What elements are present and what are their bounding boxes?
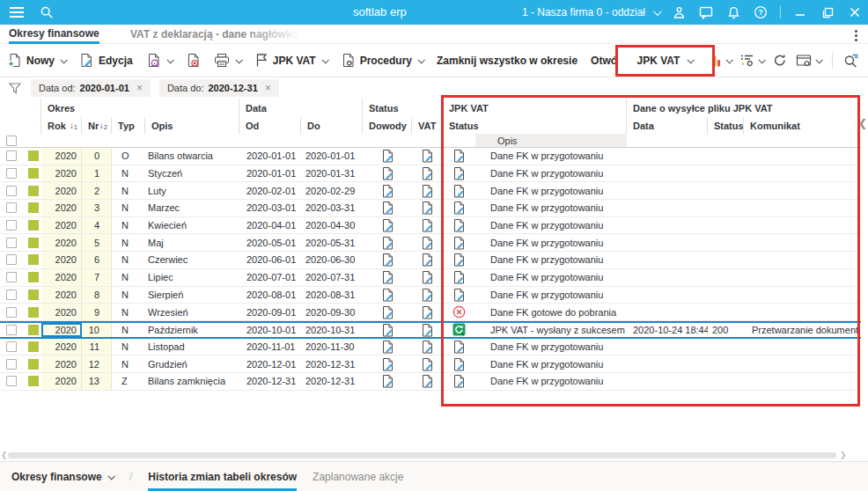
- dowody-edit-icon[interactable]: [363, 234, 412, 251]
- jpk-status-icon[interactable]: [443, 287, 475, 304]
- cell-data-do[interactable]: 2020-02-29: [301, 182, 363, 199]
- cell-opis[interactable]: Bilans otwarcia: [145, 148, 239, 165]
- procedures-button[interactable]: Procedury: [341, 53, 423, 68]
- cell-data-od[interactable]: 2020-04-01: [239, 217, 301, 234]
- column-header-jpk-status[interactable]: Status: [443, 117, 627, 134]
- cell-data-od[interactable]: 2020-03-01: [239, 200, 301, 216]
- jpk-status-icon[interactable]: [443, 148, 475, 165]
- cell-data-od[interactable]: 2020-11-01: [239, 339, 301, 355]
- vat-edit-icon[interactable]: [412, 252, 443, 268]
- cell-opis[interactable]: Czerwiec: [145, 252, 239, 268]
- cell-nr[interactable]: 0: [82, 148, 112, 165]
- column-header-typ[interactable]: Typ: [112, 117, 145, 134]
- cell-wysylka-komunikat[interactable]: [744, 148, 861, 165]
- row-checkbox[interactable]: [0, 252, 25, 268]
- jpk-status-icon[interactable]: [443, 165, 475, 182]
- jpk-status-icon[interactable]: [443, 252, 475, 268]
- cell-wysylka-komunikat[interactable]: [744, 287, 861, 304]
- restore-window-icon[interactable]: [820, 4, 835, 20]
- column-header-rok[interactable]: Rok ↓1: [41, 117, 82, 134]
- cell-wysylka-status[interactable]: [708, 355, 744, 372]
- cell-rok[interactable]: 2020: [41, 165, 82, 182]
- cell-wysylka-status[interactable]: [708, 373, 744, 390]
- close-all-in-period-button[interactable]: Zamknij wszystko w okresie: [437, 55, 577, 67]
- select-all-checkbox[interactable]: [0, 134, 25, 147]
- column-header-jpk-opis[interactable]: Opis: [475, 134, 627, 147]
- row-checkbox[interactable]: [0, 287, 25, 304]
- cell-wysylka-data[interactable]: [627, 148, 708, 165]
- close-icon[interactable]: [847, 4, 863, 20]
- cell-jpk-status-opis[interactable]: Dane FK w przygotowaniu: [475, 165, 627, 182]
- cell-wysylka-komunikat[interactable]: [744, 269, 861, 286]
- cell-wysylka-komunikat[interactable]: [744, 234, 861, 251]
- scroll-left-icon[interactable]: ❮: [1, 451, 8, 459]
- dowody-edit-icon[interactable]: [363, 269, 412, 286]
- cell-wysylka-data[interactable]: [627, 182, 708, 199]
- dowody-edit-icon[interactable]: [363, 304, 412, 320]
- cell-rok[interactable]: 2020: [41, 148, 82, 165]
- table-row[interactable]: 2020 4 N Kwiecień 2020-04-01 2020-04-30 …: [0, 217, 861, 235]
- cell-rok[interactable]: 2020: [41, 217, 82, 234]
- cell-typ[interactable]: N: [112, 234, 145, 251]
- table-row[interactable]: 2020 2 N Luty 2020-02-01 2020-02-29 Dane…: [0, 182, 861, 200]
- data-settings-button[interactable]: [739, 53, 764, 68]
- cell-jpk-status-opis[interactable]: Dane FK w przygotowaniu: [475, 355, 627, 372]
- cell-rok[interactable]: 2020: [41, 287, 82, 304]
- bottom-tab-zaplanowane-akcje[interactable]: Zaplanowane akcje: [313, 462, 403, 491]
- remove-filter-icon[interactable]: ×: [136, 82, 143, 94]
- table-row[interactable]: 2020 6 N Czerwiec 2020-06-01 2020-06-30 …: [0, 252, 861, 269]
- cell-typ[interactable]: N: [112, 269, 145, 286]
- cell-wysylka-status[interactable]: 200: [708, 323, 744, 337]
- cell-typ[interactable]: N: [112, 323, 145, 337]
- company-selector[interactable]: 1 - Nasza firma 0 - oddział: [522, 6, 659, 18]
- column-header-dowody[interactable]: Dowody: [363, 117, 412, 134]
- jpk-status-icon[interactable]: [443, 373, 475, 390]
- cell-data-do[interactable]: 2020-05-31: [301, 234, 363, 251]
- table-row[interactable]: 2020 13 Z Bilans zamknięcia 2020-12-31 2…: [0, 373, 861, 391]
- cell-wysylka-status[interactable]: [708, 148, 744, 165]
- cell-typ[interactable]: N: [112, 355, 145, 372]
- cell-wysylka-data[interactable]: [627, 200, 708, 216]
- cell-jpk-status-opis[interactable]: Dane FK w przygotowaniu: [475, 234, 627, 251]
- cell-wysylka-data[interactable]: [627, 373, 708, 390]
- cell-data-od[interactable]: 2020-05-01: [239, 234, 301, 251]
- cell-jpk-status-opis[interactable]: Dane FK w przygotowaniu: [475, 182, 627, 199]
- filter-chip-data-od[interactable]: Data od: 2020-01-01 ×: [31, 79, 151, 97]
- vat-edit-icon[interactable]: [412, 373, 443, 390]
- row-checkbox[interactable]: [0, 200, 25, 216]
- cell-wysylka-status[interactable]: [708, 304, 744, 320]
- cell-data-do[interactable]: 2020-08-31: [301, 287, 363, 304]
- cell-data-od[interactable]: 2020-01-01: [239, 148, 301, 165]
- jpk-status-icon[interactable]: [443, 323, 475, 337]
- cell-data-od[interactable]: 2020-06-01: [239, 252, 301, 268]
- cell-data-od[interactable]: 2020-12-31: [239, 373, 301, 390]
- help-icon[interactable]: ?: [753, 4, 769, 20]
- group-header-data[interactable]: Data: [239, 99, 363, 117]
- cell-wysylka-data[interactable]: [627, 339, 708, 355]
- cell-wysylka-komunikat[interactable]: [744, 165, 861, 182]
- cell-wysylka-komunikat[interactable]: [744, 217, 861, 234]
- jpk-status-icon[interactable]: [443, 355, 475, 372]
- table-row[interactable]: 2020 8 N Sierpień 2020-08-01 2020-08-31 …: [0, 287, 861, 304]
- cell-wysylka-komunikat[interactable]: [744, 355, 861, 372]
- cell-data-od[interactable]: 2020-10-01: [239, 323, 301, 337]
- cell-data-do[interactable]: 2020-12-31: [301, 373, 363, 390]
- vat-edit-icon[interactable]: [412, 287, 443, 304]
- row-checkbox[interactable]: [0, 148, 25, 165]
- row-checkbox[interactable]: [0, 234, 25, 251]
- cell-rok[interactable]: 2020: [41, 355, 82, 372]
- row-checkbox[interactable]: [0, 373, 25, 390]
- cell-rok[interactable]: 2020: [41, 234, 82, 251]
- cell-opis[interactable]: Kwiecień: [145, 217, 239, 234]
- cell-nr[interactable]: 13: [82, 373, 112, 390]
- vat-edit-icon[interactable]: [412, 165, 443, 182]
- cell-wysylka-status[interactable]: [708, 287, 744, 304]
- filter-chip-data-do[interactable]: Data do: 2020-12-31 ×: [159, 79, 279, 97]
- cell-opis[interactable]: Wrzesień: [145, 304, 239, 320]
- cell-wysylka-komunikat[interactable]: [744, 252, 861, 268]
- cell-jpk-status-opis[interactable]: Dane FK w przygotowaniu: [475, 252, 627, 268]
- dowody-edit-icon[interactable]: [363, 252, 412, 268]
- cell-data-od[interactable]: 2020-09-01: [239, 304, 301, 320]
- search-icon[interactable]: [39, 4, 55, 20]
- cell-data-do[interactable]: 2020-03-31: [301, 200, 363, 216]
